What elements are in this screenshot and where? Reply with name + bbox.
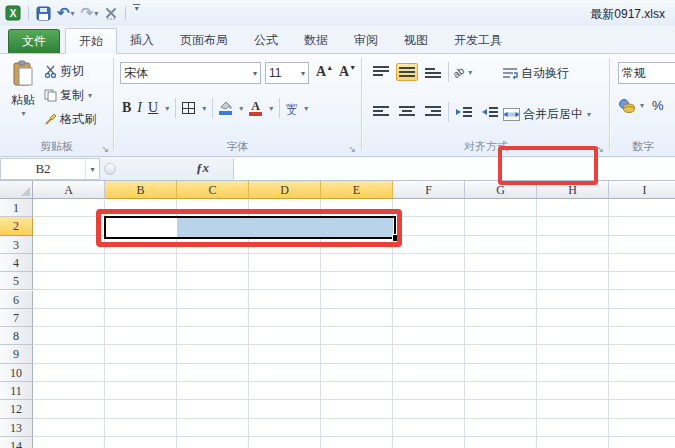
customize-tools-icon[interactable] bbox=[103, 4, 119, 22]
formula-input[interactable] bbox=[234, 158, 675, 180]
italic-button[interactable]: I bbox=[137, 100, 142, 116]
tab-insert[interactable]: 插入 bbox=[117, 28, 167, 53]
align-center-button[interactable] bbox=[396, 103, 418, 121]
font-dialog-launcher-icon[interactable]: ↘ bbox=[348, 145, 356, 154]
phonetic-guide-button[interactable]: wén 文 bbox=[286, 102, 297, 114]
increase-indent-button[interactable] bbox=[479, 103, 501, 121]
copy-dropdown-icon[interactable]: ▾ bbox=[88, 91, 92, 100]
row-header-1[interactable]: 1 bbox=[0, 199, 33, 217]
number-format-combo[interactable]: 常规▾ bbox=[618, 62, 675, 84]
column-header-e[interactable]: E bbox=[321, 181, 393, 199]
qat-separator bbox=[28, 6, 29, 20]
row-header-10[interactable]: 10 bbox=[0, 364, 33, 382]
name-box[interactable]: B2 ▾ bbox=[0, 158, 100, 180]
paste-dropdown-icon[interactable]: ▾ bbox=[21, 109, 25, 118]
select-all-button[interactable] bbox=[0, 181, 33, 199]
fill-color-icon bbox=[219, 101, 232, 110]
save-icon[interactable] bbox=[35, 4, 52, 22]
copy-button[interactable]: 复制 ▾ bbox=[44, 87, 96, 104]
align-bottom-button[interactable] bbox=[422, 63, 444, 81]
document-title: 最新0917.xlsx bbox=[590, 6, 665, 23]
ribbon: 粘贴 ▾ 剪切 复制 ▾ 格式刷 剪贴板 ↘ bbox=[0, 54, 675, 157]
align-right-button[interactable] bbox=[422, 103, 444, 121]
row-header-13[interactable]: 13 bbox=[0, 419, 33, 437]
column-header-a[interactable]: A bbox=[33, 181, 105, 199]
column-header-b[interactable]: B bbox=[105, 181, 177, 199]
tab-formulas[interactable]: 公式 bbox=[241, 28, 291, 53]
cut-button[interactable]: 剪切 bbox=[44, 63, 96, 80]
merge-center-dropdown-icon[interactable]: ▾ bbox=[587, 110, 591, 119]
orientation-button[interactable]: ab▾ bbox=[453, 67, 472, 78]
cell-reference: B2 bbox=[1, 161, 85, 177]
name-box-dropdown-icon[interactable]: ▾ bbox=[85, 159, 99, 179]
row-header-11[interactable]: 11 bbox=[0, 382, 33, 400]
group-label-font: 字体 bbox=[114, 139, 361, 154]
redo-icon[interactable]: ↷▾ bbox=[80, 4, 100, 22]
accounting-dropdown-icon[interactable]: ▾ bbox=[640, 101, 644, 110]
phonetic-dropdown-icon[interactable]: ▾ bbox=[304, 104, 308, 113]
decrease-indent-button[interactable] bbox=[453, 103, 475, 121]
format-painter-button[interactable]: 格式刷 bbox=[44, 111, 96, 128]
font-color-dropdown-icon[interactable]: ▾ bbox=[269, 104, 273, 113]
svg-text:X: X bbox=[10, 8, 17, 19]
column-header-f[interactable]: F bbox=[393, 181, 465, 199]
underline-dropdown-icon[interactable]: ▾ bbox=[165, 104, 169, 113]
clipboard-dialog-launcher-icon[interactable]: ↘ bbox=[101, 145, 109, 154]
currency-coins-icon bbox=[618, 99, 636, 113]
row-header-5[interactable]: 5 bbox=[0, 272, 33, 290]
underline-button[interactable]: U bbox=[148, 100, 158, 116]
column-header-d[interactable]: D bbox=[249, 181, 321, 199]
insert-function-button[interactable]: ƒx bbox=[196, 160, 209, 176]
fill-color-dropdown-icon[interactable]: ▾ bbox=[239, 104, 243, 113]
row-header-2[interactable]: 2 bbox=[0, 217, 33, 235]
wrap-text-button[interactable]: 自动换行 bbox=[503, 62, 569, 84]
fill-color-button[interactable] bbox=[219, 101, 232, 115]
accounting-format-button[interactable]: ▾ bbox=[618, 99, 644, 113]
tab-view[interactable]: 视图 bbox=[391, 28, 441, 53]
percent-style-button[interactable]: % bbox=[652, 98, 664, 113]
row-header-9[interactable]: 9 bbox=[0, 345, 33, 363]
decrease-font-size-button[interactable]: A▼ bbox=[339, 64, 356, 80]
annotation-box-merge-center bbox=[498, 146, 598, 185]
row-header-3[interactable]: 3 bbox=[0, 236, 33, 254]
row-header-6[interactable]: 6 bbox=[0, 291, 33, 309]
font-color-button[interactable]: A bbox=[249, 101, 262, 116]
align-top-button[interactable] bbox=[370, 63, 392, 81]
excel-app-icon[interactable]: X bbox=[4, 4, 22, 22]
font-name-dropdown-icon[interactable]: ▾ bbox=[253, 69, 257, 78]
borders-button[interactable] bbox=[182, 102, 195, 114]
undo-icon[interactable]: ↶▾ bbox=[56, 4, 76, 22]
column-header-i[interactable]: I bbox=[609, 181, 675, 199]
row-header-12[interactable]: 12 bbox=[0, 400, 33, 418]
align-left-button[interactable] bbox=[370, 103, 392, 121]
borders-dropdown-icon[interactable]: ▾ bbox=[202, 104, 206, 113]
tab-file[interactable]: 文件 bbox=[8, 29, 60, 53]
qat-separator bbox=[125, 6, 126, 20]
row-header-14[interactable]: 14 bbox=[0, 437, 33, 448]
tab-page-layout[interactable]: 页面布局 bbox=[167, 28, 241, 53]
group-label-number: 数字 bbox=[610, 139, 675, 154]
tab-developer[interactable]: 开发工具 bbox=[441, 28, 515, 53]
format-painter-icon bbox=[44, 113, 57, 126]
tab-data[interactable]: 数据 bbox=[291, 28, 341, 53]
font-name-combo[interactable]: 宋体▾ bbox=[120, 62, 261, 84]
font-size-dropdown-icon[interactable]: ▾ bbox=[301, 69, 305, 78]
tab-review[interactable]: 审阅 bbox=[341, 28, 391, 53]
row-header-4[interactable]: 4 bbox=[0, 254, 33, 272]
quick-access-toolbar: X ↶▾ ↷▾ ▾ bbox=[4, 3, 141, 23]
merge-and-center-button[interactable]: 合并后居中 ▾ bbox=[503, 102, 591, 126]
paste-button[interactable]: 粘贴 ▾ bbox=[6, 60, 40, 136]
orientation-dropdown-icon[interactable]: ▾ bbox=[468, 68, 472, 77]
tab-home[interactable]: 开始 bbox=[65, 28, 117, 54]
group-alignment: ab▾ 自动换行 合并后居中 bbox=[362, 54, 610, 157]
qat-more-dropdown-icon[interactable]: ▾ bbox=[132, 4, 141, 22]
font-size-combo[interactable]: 11▾ bbox=[265, 62, 309, 84]
row-header-7[interactable]: 7 bbox=[0, 309, 33, 327]
increase-font-size-button[interactable]: A▲ bbox=[316, 64, 333, 80]
paste-icon bbox=[11, 60, 35, 88]
row-header-8[interactable]: 8 bbox=[0, 327, 33, 345]
align-middle-button[interactable] bbox=[396, 63, 418, 81]
column-header-c[interactable]: C bbox=[177, 181, 249, 199]
group-clipboard: 粘贴 ▾ 剪切 复制 ▾ 格式刷 剪贴板 ↘ bbox=[0, 54, 113, 157]
bold-button[interactable]: B bbox=[122, 100, 131, 116]
